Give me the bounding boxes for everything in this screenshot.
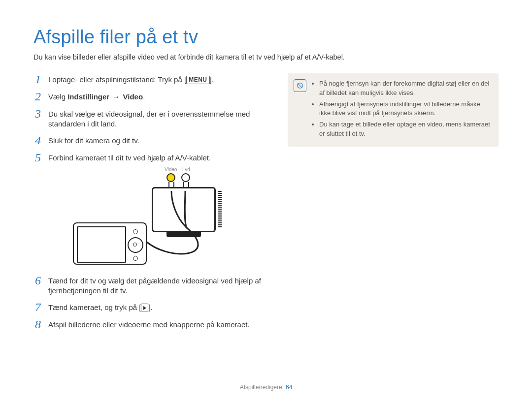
step-body: Du skal vælge et videosignal, der er i o… xyxy=(48,108,274,129)
rca-label-audio: Lyd xyxy=(182,166,190,173)
step-number: 4 xyxy=(33,134,42,147)
step-2: 2 Vælg Indstillinger → Video. xyxy=(33,91,274,103)
note-item: Afhængigt af fjernsynets indstillinger v… xyxy=(319,100,492,119)
step-5: 5 Forbind kameraet til dit tv ved hjælp … xyxy=(33,152,274,164)
step-7: 7 Tænd kameraet, og tryk på []. xyxy=(33,301,274,313)
arrow-icon: → xyxy=(110,93,122,101)
play-icon xyxy=(143,306,146,310)
step-number: 7 xyxy=(33,301,42,313)
step-1: 1 I optage- eller afspilningstilstand: T… xyxy=(33,73,274,86)
step-body: Vælg Indstillinger → Video. xyxy=(48,91,145,103)
left-column: 1 I optage- eller afspilningstilstand: T… xyxy=(33,73,274,336)
illustration-wrap: Video Lyd xyxy=(48,169,235,270)
note-list: På nogle fjernsyn kan der forekomme digi… xyxy=(312,79,492,139)
note-icon xyxy=(294,79,306,92)
step-4: 4 Sluk for dit kamera og dit tv. xyxy=(33,134,274,147)
step-text: ]. xyxy=(148,303,152,311)
step-body: Afspil billederne eller videoerne med kn… xyxy=(48,318,250,331)
step-body: Tænd kameraet, og tryk på []. xyxy=(48,301,153,313)
step-number: 1 xyxy=(33,73,42,86)
footer-section: Afspille/redigere xyxy=(240,384,282,391)
step-text: Tænd kameraet, og tryk på [ xyxy=(48,303,141,311)
step-text: I optage- eller afspilningstilstand: Try… xyxy=(48,75,186,84)
step-body: Tænd for dit tv og vælg det pågældende v… xyxy=(48,275,274,296)
step-number: 3 xyxy=(33,108,42,129)
av-cable-icon xyxy=(73,173,235,267)
step-3: 3 Du skal vælge et videosignal, der er i… xyxy=(33,108,274,129)
footer-page-number: 64 xyxy=(286,384,292,391)
content-columns: 1 I optage- eller afspilningstilstand: T… xyxy=(33,73,499,336)
step-body: Forbind kameraet til dit tv ved hjælp af… xyxy=(48,152,211,164)
note-item: Du kan tage et billede eller optage en v… xyxy=(319,120,492,139)
step-text: Vælg xyxy=(48,93,67,101)
step-bold: Video xyxy=(123,93,143,101)
intro-text: Du kan vise billeder eller afspille vide… xyxy=(33,53,499,62)
step-number: 8 xyxy=(33,318,42,331)
av-connection-illustration: Video Lyd xyxy=(73,173,235,267)
step-text: ]. xyxy=(210,75,214,84)
step-number-empty xyxy=(33,169,42,270)
step-number: 5 xyxy=(33,152,42,164)
menu-button-token: MENU xyxy=(186,76,209,84)
page-footer: Afspille/redigere 64 xyxy=(0,383,532,391)
note-item: På nogle fjernsyn kan der forekomme digi… xyxy=(319,79,492,98)
page-title: Afspille filer på et tv xyxy=(33,25,499,50)
step-body: Sluk for dit kamera og dit tv. xyxy=(48,134,139,147)
step-number: 6 xyxy=(33,275,42,296)
illustration-row: Video Lyd xyxy=(33,169,274,270)
step-6: 6 Tænd for dit tv og vælg det pågældende… xyxy=(33,275,274,296)
manual-page: Afspille filer på et tv Du kan vise bill… xyxy=(0,0,532,401)
step-list: 1 I optage- eller afspilningstilstand: T… xyxy=(33,73,274,331)
right-column: På nogle fjernsyn kan der forekomme digi… xyxy=(288,73,499,336)
step-text: . xyxy=(143,93,145,101)
rca-label-video: Video xyxy=(165,166,177,173)
playback-button-token xyxy=(141,304,148,311)
step-8: 8 Afspil billederne eller videoerne med … xyxy=(33,318,274,331)
step-body: I optage- eller afspilningstilstand: Try… xyxy=(48,73,214,86)
step-bold: Indstillinger xyxy=(67,93,109,101)
note-box: På nogle fjernsyn kan der forekomme digi… xyxy=(288,73,499,147)
step-number: 2 xyxy=(33,91,42,103)
